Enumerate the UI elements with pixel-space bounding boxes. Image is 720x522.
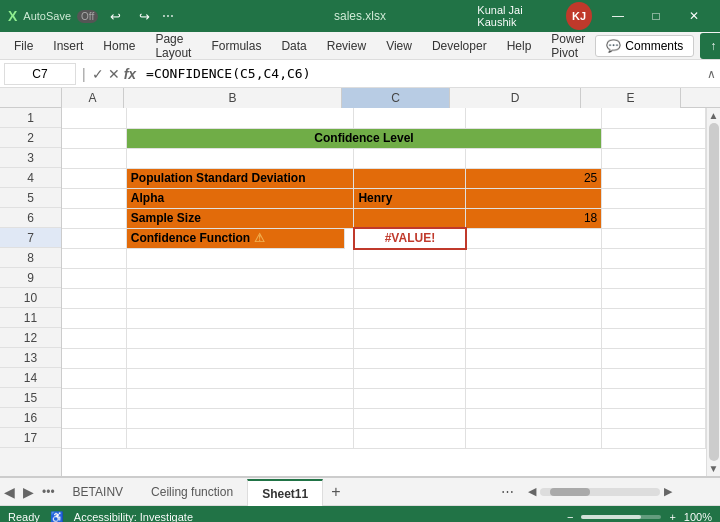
cell-c6[interactable] bbox=[354, 208, 466, 228]
cell-c15[interactable] bbox=[354, 389, 466, 409]
cell-a9[interactable] bbox=[62, 269, 126, 289]
menu-page-layout[interactable]: Page Layout bbox=[145, 28, 201, 64]
cell-b17[interactable] bbox=[126, 429, 354, 449]
profile-button[interactable]: KJ bbox=[566, 2, 592, 30]
cell-a13[interactable] bbox=[62, 349, 126, 369]
row-num-3[interactable]: 3 bbox=[0, 148, 61, 168]
formula-expand-icon[interactable]: ∧ bbox=[707, 67, 716, 81]
sheet-options-button[interactable]: ⋯ bbox=[495, 484, 520, 499]
cell-b3[interactable] bbox=[126, 148, 354, 168]
cell-b13[interactable] bbox=[126, 349, 354, 369]
cell-e4[interactable] bbox=[602, 168, 706, 188]
menu-home[interactable]: Home bbox=[93, 35, 145, 57]
col-header-b[interactable]: B bbox=[124, 88, 342, 108]
col-header-e[interactable]: E bbox=[581, 88, 681, 108]
cell-d1[interactable] bbox=[466, 108, 602, 128]
cell-d8[interactable] bbox=[466, 249, 602, 269]
row-num-2[interactable]: 2 bbox=[0, 128, 61, 148]
undo-button[interactable]: ↩ bbox=[104, 7, 127, 26]
autosave-toggle[interactable]: Off bbox=[77, 10, 98, 23]
menu-developer[interactable]: Developer bbox=[422, 35, 497, 57]
col-header-c[interactable]: C bbox=[342, 88, 450, 108]
cell-a15[interactable] bbox=[62, 389, 126, 409]
menu-help[interactable]: Help bbox=[497, 35, 542, 57]
cell-d16[interactable] bbox=[466, 409, 602, 429]
col-header-a[interactable]: A bbox=[62, 88, 124, 108]
cell-c16[interactable] bbox=[354, 409, 466, 429]
cell-e17[interactable] bbox=[602, 429, 706, 449]
maximize-button[interactable]: □ bbox=[638, 0, 674, 32]
comments-button[interactable]: 💬 Comments bbox=[595, 35, 694, 57]
menu-insert[interactable]: Insert bbox=[43, 35, 93, 57]
row-num-7[interactable]: 7 bbox=[0, 228, 61, 248]
sheet-tab-ceiling-function[interactable]: Ceiling function bbox=[137, 478, 247, 506]
menu-view[interactable]: View bbox=[376, 35, 422, 57]
row-num-14[interactable]: 14 bbox=[0, 368, 61, 388]
menu-power-pivot[interactable]: Power Pivot bbox=[541, 28, 595, 64]
cell-a16[interactable] bbox=[62, 409, 126, 429]
vertical-scrollbar[interactable]: ▲ ▼ bbox=[706, 108, 720, 476]
menu-file[interactable]: File bbox=[4, 35, 43, 57]
cell-b2[interactable]: Confidence Level bbox=[126, 128, 601, 148]
cell-d6[interactable]: 18 bbox=[466, 208, 602, 228]
cell-a3[interactable] bbox=[62, 148, 126, 168]
cell-e5[interactable] bbox=[602, 188, 706, 208]
cell-d17[interactable] bbox=[466, 429, 602, 449]
cell-c12[interactable] bbox=[354, 329, 466, 349]
cell-a2[interactable] bbox=[62, 128, 126, 148]
cell-d3[interactable] bbox=[466, 148, 602, 168]
cell-d13[interactable] bbox=[466, 349, 602, 369]
row-num-5[interactable]: 5 bbox=[0, 188, 61, 208]
cell-c4[interactable] bbox=[354, 168, 466, 188]
cell-d11[interactable] bbox=[466, 309, 602, 329]
cell-c7[interactable]: #VALUE! bbox=[354, 228, 466, 249]
row-num-1[interactable]: 1 bbox=[0, 108, 61, 128]
cell-b15[interactable] bbox=[126, 389, 354, 409]
cell-e6[interactable] bbox=[602, 208, 706, 228]
cell-e12[interactable] bbox=[602, 329, 706, 349]
cell-c5[interactable]: Henry bbox=[354, 188, 466, 208]
cell-d5[interactable] bbox=[466, 188, 602, 208]
cell-a6[interactable] bbox=[62, 208, 126, 228]
cell-a11[interactable] bbox=[62, 309, 126, 329]
cell-b6[interactable]: Sample Size bbox=[126, 208, 354, 228]
cell-d9[interactable] bbox=[466, 269, 602, 289]
cell-c9[interactable] bbox=[354, 269, 466, 289]
cell-d12[interactable] bbox=[466, 329, 602, 349]
cell-e9[interactable] bbox=[602, 269, 706, 289]
zoom-in-icon[interactable]: + bbox=[669, 511, 675, 522]
cell-reference-box[interactable] bbox=[4, 63, 76, 85]
cell-c1[interactable] bbox=[354, 108, 466, 128]
row-num-4[interactable]: 4 bbox=[0, 168, 61, 188]
cell-a7[interactable] bbox=[62, 228, 126, 249]
cell-a17[interactable] bbox=[62, 429, 126, 449]
cell-e10[interactable] bbox=[602, 289, 706, 309]
redo-button[interactable]: ↪ bbox=[133, 7, 156, 26]
cell-e8[interactable] bbox=[602, 249, 706, 269]
row-num-8[interactable]: 8 bbox=[0, 248, 61, 268]
cell-b8[interactable] bbox=[126, 249, 354, 269]
cell-c17[interactable] bbox=[354, 429, 466, 449]
cell-b9[interactable] bbox=[126, 269, 354, 289]
cell-b10[interactable] bbox=[126, 289, 354, 309]
share-button[interactable]: ↑ bbox=[700, 33, 720, 59]
minimize-button[interactable]: — bbox=[600, 0, 636, 32]
cell-a5[interactable] bbox=[62, 188, 126, 208]
cell-b5[interactable]: Alpha bbox=[126, 188, 354, 208]
row-num-11[interactable]: 11 bbox=[0, 308, 61, 328]
cell-e15[interactable] bbox=[602, 389, 706, 409]
more-tools-icon[interactable]: ⋯ bbox=[162, 9, 174, 23]
col-header-d[interactable]: D bbox=[450, 88, 581, 108]
cell-c8[interactable] bbox=[354, 249, 466, 269]
cell-a12[interactable] bbox=[62, 329, 126, 349]
cell-b11[interactable] bbox=[126, 309, 354, 329]
cell-e13[interactable] bbox=[602, 349, 706, 369]
sheet-nav-next[interactable]: ▶ bbox=[19, 478, 38, 506]
cell-a10[interactable] bbox=[62, 289, 126, 309]
cell-c10[interactable] bbox=[354, 289, 466, 309]
row-num-16[interactable]: 16 bbox=[0, 408, 61, 428]
cell-e16[interactable] bbox=[602, 409, 706, 429]
menu-review[interactable]: Review bbox=[317, 35, 376, 57]
formula-check-icon[interactable]: ✓ bbox=[92, 66, 104, 82]
zoom-out-icon[interactable]: − bbox=[567, 511, 573, 522]
